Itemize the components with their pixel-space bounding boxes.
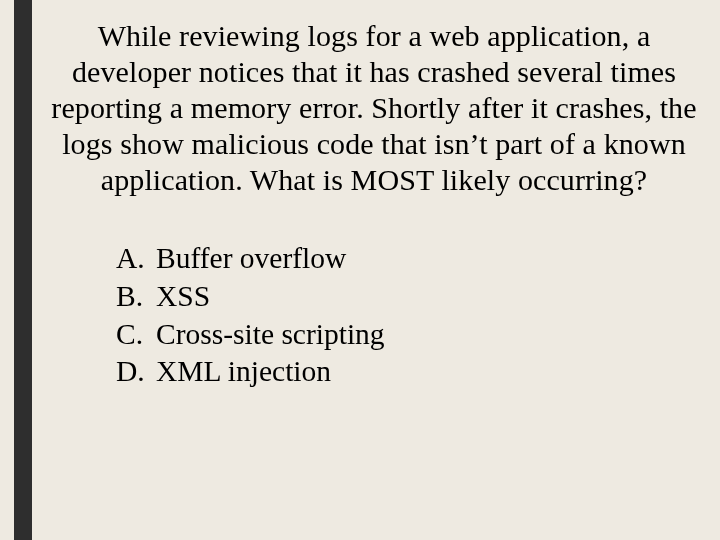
list-item: C. Cross-site scripting	[116, 316, 700, 354]
option-marker-b: B.	[116, 278, 156, 316]
slide: While reviewing logs for a web applicati…	[0, 0, 720, 540]
question-text: While reviewing logs for a web applicati…	[48, 18, 700, 198]
option-text-a: Buffer overflow	[156, 240, 346, 278]
list-item: A. Buffer overflow	[116, 240, 700, 278]
option-marker-d: D.	[116, 353, 156, 391]
list-item: B. XSS	[116, 278, 700, 316]
option-text-b: XSS	[156, 278, 210, 316]
options-list: A. Buffer overflow B. XSS C. Cross-site …	[116, 240, 700, 391]
option-marker-c: C.	[116, 316, 156, 354]
accent-bar	[14, 0, 32, 540]
option-text-c: Cross-site scripting	[156, 316, 385, 354]
list-item: D. XML injection	[116, 353, 700, 391]
option-text-d: XML injection	[156, 353, 331, 391]
option-marker-a: A.	[116, 240, 156, 278]
slide-content: While reviewing logs for a web applicati…	[48, 18, 700, 391]
